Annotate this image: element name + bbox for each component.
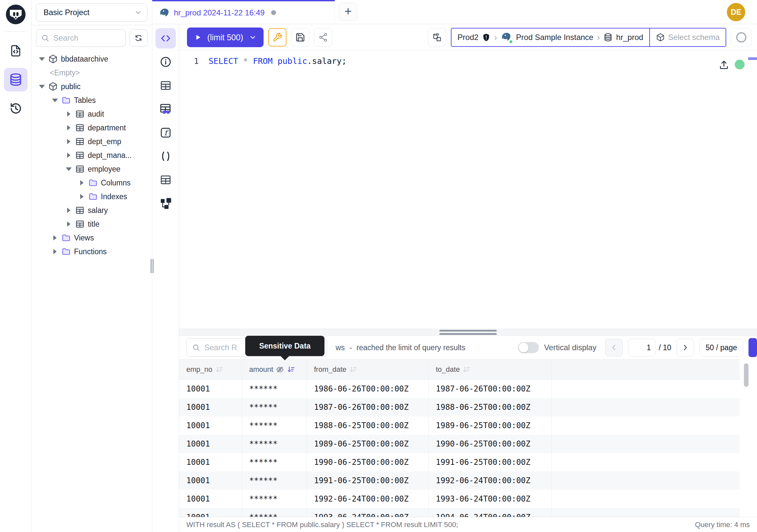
status-bar: WITH result AS ( SELECT * FROM public.sa… [179, 517, 757, 532]
rail-divider [6, 31, 26, 32]
export-button[interactable] [748, 338, 757, 357]
editor-toolbar: (limit 500) Prod2 › Prod Sample Instance [179, 24, 757, 51]
tree-item-views[interactable]: Views [36, 231, 147, 245]
column-header-to-date[interactable]: to_date [429, 360, 552, 379]
postgres-icon [500, 31, 512, 43]
procedures-panel-icon[interactable] [158, 149, 173, 164]
chevron-down-icon[interactable] [66, 168, 72, 171]
sidebar-divider [31, 25, 152, 25]
table-panel-icon[interactable] [158, 78, 173, 93]
table-row[interactable]: 10001******1988-06-25T00:00:00Z1989-06-2… [179, 416, 740, 435]
sort-icon[interactable] [462, 365, 471, 374]
chevron-down-icon[interactable] [52, 99, 58, 102]
tree-item-dept-manager[interactable]: dept_mana... [36, 148, 147, 162]
chevron-right-icon[interactable] [66, 208, 72, 213]
main-area: hr_prod 2024-11-22 16:49 + DE (limit 500… [152, 0, 757, 532]
share-button[interactable] [314, 28, 332, 47]
page-total-label: / 10 [659, 343, 671, 352]
ai-assistant-button[interactable] [731, 28, 752, 47]
functions-panel-icon[interactable] [158, 125, 173, 140]
tree-item-public[interactable]: public [36, 79, 147, 93]
chevron-down-icon[interactable] [249, 33, 257, 42]
tree-item-columns[interactable]: Columns [36, 176, 147, 190]
avatar[interactable]: DE [727, 3, 745, 21]
table-row[interactable]: 10001******1991-06-25T00:00:00Z1992-06-2… [179, 471, 740, 490]
table-row[interactable]: 10001******1992-06-24T00:00:00Z1993-06-2… [179, 490, 740, 508]
column-header-amount[interactable]: amount [242, 360, 307, 379]
next-page-button[interactable] [677, 339, 694, 357]
code-panel-toggle[interactable] [156, 28, 176, 48]
tab-hr-prod[interactable]: hr_prod 2024-11-22 16:49 [152, 0, 335, 24]
chevron-down-icon[interactable] [39, 57, 45, 61]
panel-resize-handle[interactable] [179, 329, 757, 336]
sensitive-data-tooltip: Sensitive Data [245, 336, 324, 356]
table-row[interactable]: 10001******1986-06-26T00:00:00Z1987-06-2… [179, 380, 740, 398]
masked-data-icon[interactable] [158, 102, 173, 117]
column-header-from-date[interactable]: from_date [307, 360, 429, 379]
table-row[interactable]: 10001******1987-06-26T00:00:00Z1988-06-2… [179, 398, 740, 416]
sidebar-resize-handle[interactable] [151, 259, 154, 273]
tree-item-title[interactable]: title [36, 217, 147, 231]
upload-icon[interactable] [718, 59, 730, 71]
tree-item-dept-emp[interactable]: dept_emp [36, 135, 147, 148]
tree-item-employee[interactable]: employee [36, 162, 147, 176]
info-icon[interactable] [158, 54, 173, 70]
chevron-right-icon[interactable] [78, 180, 85, 185]
tree-item-functions[interactable]: Functions [36, 245, 147, 259]
chevron-right-icon[interactable] [78, 194, 85, 199]
add-tab-button[interactable]: + [339, 3, 357, 21]
results-search-placeholder: Search R [204, 343, 237, 352]
sql-editor[interactable]: 1 SELECT * FROM public.salary; [179, 51, 757, 329]
shield-icon [482, 33, 491, 42]
postgres-icon [159, 7, 170, 18]
history-icon[interactable] [4, 97, 27, 120]
batch-query-button[interactable] [428, 28, 446, 47]
schema-placeholder: Select schema [668, 33, 720, 42]
bytebase-logo[interactable] [5, 4, 26, 25]
table-scrollbar[interactable] [744, 363, 748, 387]
chevron-down-icon[interactable] [39, 85, 45, 88]
chevron-right-icon[interactable] [66, 125, 72, 130]
play-icon [194, 33, 202, 42]
page-size-select[interactable]: 50 / page [699, 339, 743, 357]
schema-selector[interactable]: Select schema [649, 28, 726, 46]
chevron-right-icon[interactable] [52, 235, 58, 240]
run-limit-label: (limit 500) [207, 33, 243, 42]
chevron-right-icon[interactable] [66, 139, 72, 144]
chevron-right-icon[interactable] [66, 153, 72, 158]
tree-item-indexes[interactable]: Indexes [36, 190, 147, 203]
code-line[interactable]: 1 SELECT * FROM public.salary; [179, 54, 757, 69]
tree-item-tables[interactable]: Tables [36, 93, 147, 107]
refresh-button[interactable] [130, 29, 147, 47]
run-query-button[interactable]: (limit 500) [187, 27, 263, 47]
worksheet-icon[interactable] [4, 39, 27, 63]
prev-page-button[interactable] [605, 339, 623, 357]
column-header-emp-no[interactable]: emp_no [179, 360, 242, 379]
database-icon[interactable] [4, 68, 27, 91]
tree-item-department[interactable]: department [36, 121, 147, 135]
sidebar-search-input[interactable]: Search [36, 29, 126, 47]
sort-icon[interactable] [349, 365, 357, 374]
project-selector[interactable]: Basic Project [36, 3, 147, 22]
chevron-right-icon[interactable] [66, 111, 72, 117]
table-row[interactable]: 10001******1989-06-25T00:00:00Z1990-06-2… [179, 435, 740, 453]
format-wrench-button[interactable] [268, 28, 287, 47]
tree-item-bbdataarchive[interactable]: bbdataarchive [36, 52, 147, 66]
tree-item-audit[interactable]: audit [36, 107, 147, 121]
vertical-display-toggle[interactable] [518, 342, 539, 353]
tab-title: hr_prod 2024-11-22 16:49 [174, 8, 264, 17]
chevron-right-icon[interactable] [66, 221, 72, 227]
eye-off-icon[interactable] [276, 365, 284, 374]
page-number-input[interactable]: 1 [628, 339, 655, 357]
sort-icon[interactable] [287, 365, 295, 374]
sort-icon[interactable] [215, 365, 224, 374]
schema-tree: bbdataarchive <Empty> public Tables audi… [36, 52, 147, 259]
external-table-icon[interactable] [158, 172, 173, 187]
save-button[interactable] [291, 28, 309, 47]
table-row[interactable]: 10001******1990-06-25T00:00:00Z1991-06-2… [179, 453, 740, 471]
table-row[interactable]: 10001******1993-06-24T00:00:00Z1994-06-2… [179, 508, 740, 517]
tree-item-salary[interactable]: salary [36, 203, 147, 217]
connection-context[interactable]: Prod2 › Prod Sample Instance › hr_prod [451, 28, 649, 46]
chevron-right-icon[interactable] [52, 249, 58, 254]
schema-diagram-icon[interactable] [158, 196, 173, 211]
